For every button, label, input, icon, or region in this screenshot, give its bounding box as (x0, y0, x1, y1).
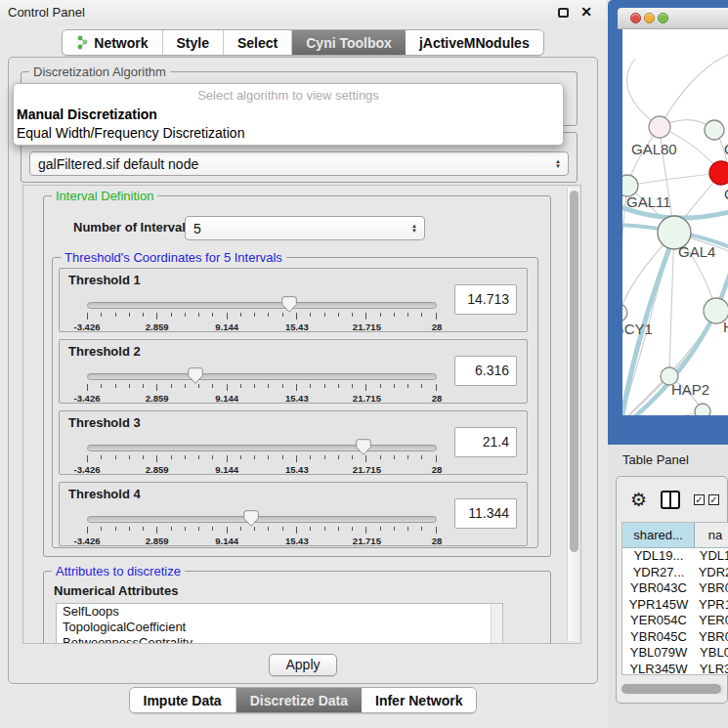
node-red (709, 161, 728, 185)
number-of-intervals-label: Number of Intervals (73, 220, 193, 235)
threshold-2-slider[interactable]: -3.4262.8599.14415.4321.71528 (87, 367, 437, 403)
attribute-item[interactable]: BetweennessCentrality (57, 635, 502, 644)
node-label-gcy1: GCY1 (622, 321, 653, 337)
attributes-to-discretize-group: Attributes to discretize Numerical Attri… (43, 571, 551, 644)
dropdown-item-manual-discretization[interactable]: Manual Discretization (14, 106, 563, 124)
table-row[interactable]: YBR045CYBR0 (622, 629, 728, 646)
table-row[interactable]: YBR043CYBR0 (622, 580, 728, 597)
node-label-h: H (723, 319, 728, 335)
slider-thumb[interactable] (243, 510, 259, 527)
threshold-2-value-field[interactable]: 6.316 (454, 356, 517, 386)
tab-jactivemnodules[interactable]: jActiveMNodules (406, 30, 543, 55)
zoom-traffic-light-icon[interactable] (658, 13, 668, 23)
table-cell[interactable]: YBL0 (695, 645, 728, 662)
slider-tick-labels: -3.4262.8599.14415.4321.71528 (87, 464, 437, 475)
column-header-shared[interactable]: shared... (622, 523, 695, 547)
threshold-4-value-field[interactable]: 11.344 (454, 498, 517, 529)
table-row[interactable]: YLR345WYLR3 (622, 662, 728, 676)
combo-value: galFiltered.sif default node (38, 156, 198, 172)
table-cell[interactable]: YDR2 (695, 565, 728, 581)
table-cell[interactable]: YDL1 (695, 548, 728, 565)
node-label-c: C (724, 186, 728, 202)
slider-track[interactable] (87, 373, 437, 380)
node-label-gal11: GAL11 (626, 193, 671, 210)
table-cell[interactable]: YPR145W (622, 597, 695, 614)
tab-label: Impute Data (144, 693, 222, 708)
slider-thumb[interactable] (281, 296, 297, 313)
table-cell[interactable]: YDL19... (622, 548, 695, 565)
table-cell[interactable]: YBR045C (622, 629, 695, 646)
table-data-combobox[interactable]: galFiltered.sif default node ▲▼ (29, 151, 569, 176)
table-cell[interactable]: YBR0 (695, 629, 728, 646)
tab-infer-network[interactable]: Infer Network (362, 688, 476, 712)
list-scrollbar[interactable] (491, 604, 502, 644)
checkbox-icon[interactable]: ✓ (708, 494, 719, 505)
threshold-3-value-field[interactable]: 21.4 (454, 427, 517, 457)
table-cell[interactable]: YBR0 (695, 580, 728, 597)
table-cell[interactable]: YBL079W (622, 645, 695, 662)
threshold-4-slider[interactable]: -3.4262.8599.14415.4321.71528 (87, 510, 437, 545)
bottom-tab-row: Impute Data Discretize Data Infer Networ… (0, 687, 606, 713)
number-of-intervals-combobox[interactable]: 5 ▲▼ (185, 216, 425, 240)
tab-impute-data[interactable]: Impute Data (130, 688, 236, 712)
table-cell[interactable]: YPR1 (695, 597, 728, 614)
settings-scrollbar[interactable] (567, 188, 579, 641)
numerical-attributes-list[interactable]: SelfLoopsTopologicalCoefficientBetweenne… (56, 603, 503, 644)
threshold-3-slider[interactable]: -3.4262.8599.14415.4321.71528 (87, 439, 437, 474)
float-window-icon[interactable] (558, 8, 569, 18)
combo-value: 5 (193, 221, 201, 236)
slider-ticks (87, 455, 437, 463)
apply-button[interactable]: Apply (269, 654, 337, 676)
group-title: Interval Definition (52, 189, 157, 203)
threshold-label: Threshold 2 (68, 344, 141, 359)
table-horizontal-scrollbar[interactable] (621, 683, 725, 695)
slider-thumb[interactable] (356, 439, 371, 455)
gear-icon[interactable]: ⚙ (630, 490, 647, 509)
network-icon (76, 35, 89, 50)
columns-icon[interactable] (661, 491, 680, 509)
close-traffic-light-icon[interactable] (630, 13, 641, 23)
slider-tick-labels: -3.4262.8599.14415.4321.71528 (87, 535, 437, 546)
tab-style[interactable]: Style (163, 30, 224, 55)
right-panel: GAL80 G C GAL11 GAL4 GCY1 H HAP2 Table P… (608, 0, 728, 728)
table-row[interactable]: YBL079WYBL0 (622, 645, 728, 662)
cyni-toolbox-content: Discretization Algorithm Table Data galF… (8, 57, 598, 684)
slider-track[interactable] (87, 302, 437, 309)
table-cell[interactable]: YER054C (622, 613, 695, 629)
network-canvas[interactable]: GAL80 G C GAL11 GAL4 GCY1 H HAP2 (622, 29, 728, 415)
attribute-item[interactable]: TopologicalCoefficient (57, 620, 502, 635)
slider-track[interactable] (87, 445, 437, 451)
column-header-name[interactable]: na (695, 523, 728, 547)
node-label-hap2: HAP2 (671, 381, 709, 398)
threshold-4-row: Threshold 4 -3.4262.8599.14415.4321.7152… (59, 482, 528, 546)
close-icon[interactable]: ✕ (580, 4, 592, 20)
table-row[interactable]: YPR145WYPR1 (622, 597, 728, 614)
slider-thumb[interactable] (188, 367, 203, 384)
slider-ticks (87, 527, 437, 535)
table-row[interactable]: YER054CYER0 (622, 613, 728, 629)
table-header-row: shared... na (622, 523, 728, 548)
table-cell[interactable]: YLR345W (622, 662, 695, 676)
stepper-arrows-icon: ▲▼ (555, 152, 561, 175)
threshold-1-value-field[interactable]: 14.713 (454, 284, 517, 315)
attribute-item[interactable]: SelfLoops (57, 604, 502, 620)
table-row[interactable]: YDR27...YDR2 (622, 565, 728, 581)
slider-track[interactable] (87, 516, 437, 523)
table-row[interactable]: YDL19...YDL1 (622, 548, 728, 565)
dropdown-item-equal-width-frequency[interactable]: Equal Width/Frequency Discretization (14, 124, 563, 143)
tab-discretize-data[interactable]: Discretize Data (236, 688, 362, 712)
control-panel: Control Panel ✕ Network (0, 0, 606, 728)
tab-network[interactable]: Network (63, 30, 162, 55)
checkbox-icon[interactable]: ✓ (694, 494, 705, 505)
table-cell[interactable]: YDR27... (622, 565, 695, 581)
table-panel-box: ⚙ ✓ ✓ shared... na YDL19...YDL1YDR27...Y… (616, 476, 728, 704)
network-window-titlebar (618, 8, 728, 29)
tab-label: Style (177, 35, 209, 51)
table-cell[interactable]: YLR3 (695, 662, 728, 676)
table-cell[interactable]: YER0 (695, 613, 728, 629)
minimize-traffic-light-icon[interactable] (644, 13, 655, 23)
tab-select[interactable]: Select (224, 30, 292, 55)
threshold-1-slider[interactable]: -3.4262.8599.14415.4321.71528 (87, 296, 437, 331)
table-cell[interactable]: YBR043C (622, 580, 695, 597)
tab-cyni-toolbox[interactable]: Cyni Toolbox (292, 30, 406, 55)
